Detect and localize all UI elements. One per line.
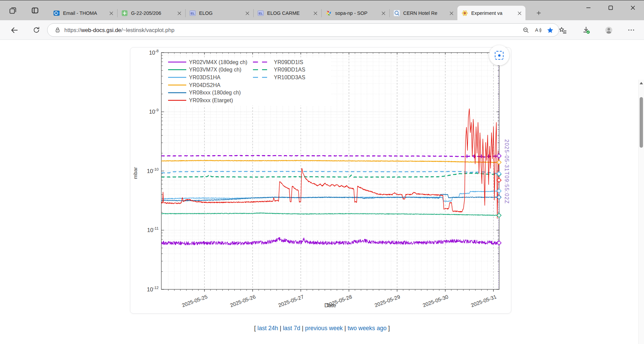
maximize-button[interactable] xyxy=(600,0,622,15)
scroll-up-arrow-icon[interactable] xyxy=(640,82,643,84)
series-yr08xxx-180deg-ch xyxy=(161,194,499,201)
annotation-timestamp: 2025-05-31T09:55:02Z xyxy=(504,139,510,204)
tab-close-icon[interactable] xyxy=(449,10,454,16)
new-tab-button[interactable] xyxy=(534,8,544,18)
tab-separator xyxy=(185,9,186,17)
tab-separator xyxy=(321,9,322,17)
x-tick-label: 2025-05-29 xyxy=(374,294,401,308)
address-bar[interactable]: https://web-docs.gsi.de/~lestinsk/vacplo… xyxy=(47,23,559,37)
time-range-links: [ last 24h | last 7d | previous week | t… xyxy=(0,325,644,332)
scrollbar-thumb[interactable] xyxy=(640,97,643,148)
link-two-weeks-ago[interactable]: two weeks ago xyxy=(348,325,387,332)
minimize-button[interactable] xyxy=(577,0,600,15)
series-yr10dd3as xyxy=(161,171,499,174)
more-menu-icon[interactable] xyxy=(626,25,636,35)
series-yr09dd1is xyxy=(161,155,499,157)
y-axis-label: mbar xyxy=(132,167,138,179)
close-window-button[interactable] xyxy=(622,0,644,15)
capture-frame-icon xyxy=(495,51,504,60)
series-yr02vm4x-180deg-ch xyxy=(161,237,499,245)
legend-label: YR02VM4X (180deg ch) xyxy=(189,59,247,65)
end-marker-diamond xyxy=(497,178,501,182)
tab-title: ELOG CARME xyxy=(267,10,311,16)
x-tick-label: 2025-05-30 xyxy=(422,294,449,308)
svg-text:A: A xyxy=(535,27,538,33)
tab-actions-icon[interactable] xyxy=(30,6,40,15)
refresh-icon[interactable] xyxy=(32,25,41,35)
browser-titlebar: Email - THOMAG-22-205/206ELELOGELELOG CA… xyxy=(0,0,644,20)
atom-favicon xyxy=(461,10,468,17)
url-path: /~lestinsk/vacplot.php xyxy=(121,27,174,33)
x-tick-label: 2025-05-27 xyxy=(278,294,304,308)
workspaces-icon[interactable] xyxy=(8,6,18,15)
y-tick-label: 10-8 xyxy=(149,49,159,56)
profile-avatar-icon[interactable] xyxy=(604,25,613,35)
tab-title: Experiment va xyxy=(471,10,515,16)
vacuum-pressure-chart: 10-810-910-1010-1110-122025-05-252025-05… xyxy=(130,48,510,313)
favorite-star-icon[interactable] xyxy=(546,26,554,34)
back-icon[interactable] xyxy=(9,25,19,35)
x-tick-label: 2025-05-25 xyxy=(181,294,208,308)
tab-sopa-np-sop[interactable]: sopa-np - SOP xyxy=(321,6,389,21)
sheet-favicon xyxy=(121,10,128,17)
elog-favicon: EL xyxy=(257,10,264,17)
x-axis-label: Date xyxy=(324,302,336,308)
url-host: web-docs.gsi.de xyxy=(81,27,121,33)
tab-close-icon[interactable] xyxy=(517,10,522,16)
tab-close-icon[interactable] xyxy=(381,10,386,16)
tab-close-icon[interactable] xyxy=(108,10,114,16)
tab-email-thoma[interactable]: Email - THOMA xyxy=(49,6,117,21)
link-last-24h[interactable]: last 24h xyxy=(257,325,278,332)
tab-title: Email - THOMA xyxy=(63,10,106,16)
visual-search-capture-button[interactable] xyxy=(489,45,509,65)
tab-title: G-22-205/206 xyxy=(131,10,174,16)
legend-label: YR03VM7X (0deg ch) xyxy=(189,67,242,73)
page-content: 10-810-910-1010-1110-122025-05-252025-05… xyxy=(0,40,644,344)
tab-g-22-205-206[interactable]: G-22-205/206 xyxy=(117,6,185,21)
y-tick-label: 10-11 xyxy=(147,226,159,233)
y-tick-label: 10-10 xyxy=(147,167,159,174)
link-last-7d[interactable]: last 7d xyxy=(283,325,300,332)
elog-favicon: EL xyxy=(189,10,196,17)
tab-experiment-va[interactable]: Experiment va xyxy=(457,6,525,21)
svg-text:EL: EL xyxy=(191,11,195,15)
url-scheme: https:// xyxy=(64,27,81,33)
end-marker-diamond xyxy=(497,241,501,245)
zoom-out-icon[interactable] xyxy=(522,26,530,34)
legend-label: YR09xxx (Etarget) xyxy=(189,97,233,103)
x-tick-label: 2025-05-31 xyxy=(470,294,497,308)
favorites-hub-icon[interactable] xyxy=(558,25,568,35)
legend-label: YR09DD1AS xyxy=(274,67,305,73)
link-previous-week[interactable]: previous week xyxy=(305,325,343,332)
tab-elog[interactable]: ELELOG xyxy=(185,6,253,21)
tab-close-icon[interactable] xyxy=(176,10,182,16)
pinwheel-favicon xyxy=(325,10,332,17)
cern-favicon xyxy=(393,10,400,17)
links-close-bracket: ] xyxy=(387,325,390,332)
legend-label: YR10DD3AS xyxy=(274,75,305,80)
links-open-bracket: [ xyxy=(254,325,258,332)
tab-title: ELOG xyxy=(199,10,243,16)
vacuum-plot-card: 10-810-910-1010-1110-122025-05-252025-05… xyxy=(130,47,511,314)
tab-elog-carme[interactable]: ELELOG CARME xyxy=(253,6,321,21)
downloads-icon[interactable] xyxy=(581,25,591,35)
tab-title: CERN Hotel Re xyxy=(403,10,447,16)
x-tick-label: 2025-05-26 xyxy=(229,294,256,308)
end-marker-diamond xyxy=(497,160,501,165)
legend-label: YR03DS1HA xyxy=(189,75,221,80)
page-scrollbar[interactable] xyxy=(638,80,644,344)
tab-close-icon[interactable] xyxy=(245,10,250,16)
lock-icon[interactable] xyxy=(54,26,62,34)
y-tick-label: 10-9 xyxy=(149,108,159,115)
read-aloud-icon[interactable]: A xyxy=(534,26,542,34)
series-yr03vm7x-0deg-ch xyxy=(161,213,499,216)
tab-close-icon[interactable] xyxy=(313,10,318,16)
url-text[interactable]: https://web-docs.gsi.de/~lestinsk/vacplo… xyxy=(64,27,522,33)
legend-label: YR08xxx (180deg ch) xyxy=(189,90,241,95)
outlook-favicon xyxy=(53,10,60,17)
tab-cern-hotel-re[interactable]: CERN Hotel Re xyxy=(389,6,457,21)
series-yr04ds2ha xyxy=(161,160,499,163)
links-separator: | xyxy=(278,325,283,332)
tab-title: sopa-np - SOP xyxy=(335,10,379,16)
y-tick-label: 10-12 xyxy=(147,286,159,292)
